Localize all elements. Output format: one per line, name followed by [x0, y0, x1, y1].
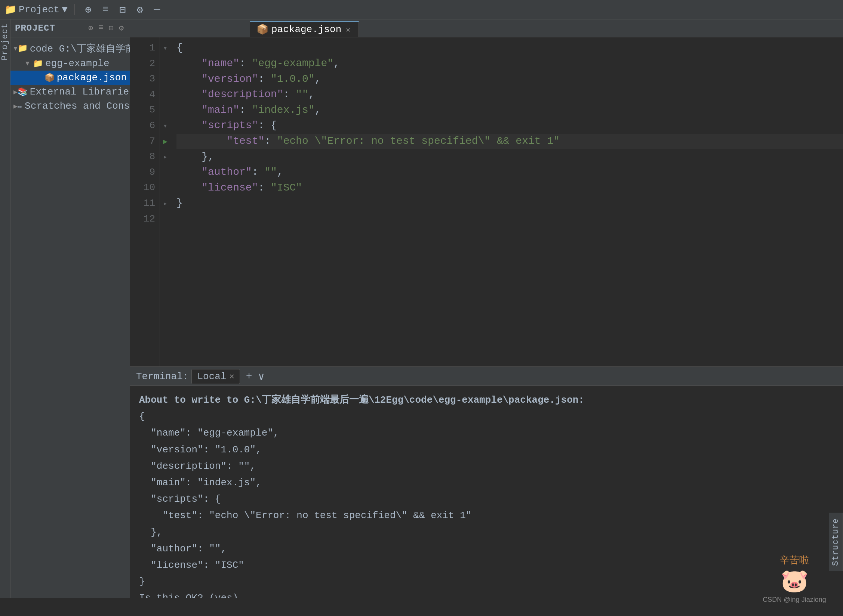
project-label: Project [19, 4, 59, 15]
terminal-line-11: "license": "ISC" [139, 557, 834, 573]
fold-marker-6[interactable]: ▾ [160, 118, 170, 134]
code-line-5: "main": "index.js", [176, 102, 843, 118]
structure-label: Structure [831, 518, 840, 566]
project-selector[interactable]: 📁 Project ▼ [4, 4, 68, 16]
tab-package-json[interactable]: 📦 package.json ✕ [250, 21, 359, 37]
fold-marker-3 [160, 71, 170, 87]
terminal-line-7: "scripts": { [139, 491, 834, 507]
code-editor[interactable]: { "name": "egg-example", "version": "1.0… [170, 37, 843, 366]
code-line-1: { [176, 40, 843, 56]
tree-item-package.json[interactable]: 📦package.json [10, 71, 130, 85]
terminal-tab-bar: Terminal: Local ✕ + ∨ [130, 367, 843, 386]
terminal-line-2: { [139, 408, 834, 425]
fold-marker-9 [160, 165, 170, 180]
navigate-back-button[interactable]: ⊕ [81, 3, 95, 16]
terminal-dropdown-button[interactable]: ∨ [258, 370, 265, 383]
line-number-9: 9 [130, 165, 155, 180]
settings-button[interactable]: ⚙ [133, 3, 147, 16]
tree-item-label: External Libraries [30, 86, 130, 97]
terminal-line-15: Is this OK? (yes) [139, 590, 834, 598]
fold-marker-10 [160, 180, 170, 196]
terminal-line-12: } [139, 573, 834, 590]
terminal-line-4: "version": "1.0.0", [139, 442, 834, 458]
minimize-button[interactable]: — [150, 3, 164, 16]
tab-close-button[interactable]: ✕ [344, 24, 352, 35]
collapse-button[interactable]: ⊟ [116, 3, 129, 16]
tree-item-label: Scratches and Consoles [25, 100, 130, 112]
sidebar-icon-1[interactable]: ⊕ [87, 22, 95, 34]
line-numbers: 123456789101112 [130, 37, 160, 366]
sidebar-icon-2[interactable]: ≡ [97, 22, 105, 34]
folder-icon: 📁 [4, 4, 16, 16]
terminal-line-9: }, [139, 524, 834, 541]
chevron-down-icon: ▼ [62, 4, 68, 15]
line-number-5: 5 [130, 102, 155, 118]
project-panel-label: Project [0, 23, 10, 60]
tree-file-icon: 📦 [44, 73, 55, 83]
sticker-decoration: 辛苦啦 🐷 CSDN @ing Jiaziong [757, 545, 832, 612]
code-line-11: } [176, 196, 843, 211]
terminal-line-0: About to write to G:\丁家雄自学前端最后一遍\12Egg\c… [139, 392, 834, 408]
tree-file-icon: 📚 [18, 87, 28, 97]
tree-item-label: egg-example [45, 58, 110, 69]
tree-arrow-icon: ▶ [13, 88, 18, 96]
fold-marker-11[interactable]: ▸ [160, 196, 170, 211]
terminal-label: Terminal: [136, 371, 188, 382]
sidebar-icon-4[interactable]: ⚙ [117, 22, 125, 34]
tree-arrow-icon: ▼ [13, 45, 18, 52]
line-number-4: 4 [130, 87, 155, 103]
terminal-line-5: "description": "", [139, 458, 834, 474]
fold-marker-2 [160, 56, 170, 72]
terminal-tab-close[interactable]: ✕ [229, 371, 234, 381]
line-number-6: 6 [130, 118, 155, 134]
sidebar-title: Project [15, 23, 55, 33]
code-line-4: "description": "", [176, 87, 843, 103]
tree-file-icon: 📁 [18, 43, 28, 53]
code-line-2: "name": "egg-example", [176, 56, 843, 72]
code-line-8: }, [176, 149, 843, 165]
code-line-10: "license": "ISC" [176, 180, 843, 196]
code-line-9: "author": "", [176, 165, 843, 180]
terminal-tab-label: Local [197, 371, 226, 382]
terminal-line-6: "main": "index.js", [139, 474, 834, 491]
tree-item-label: package.json [57, 72, 127, 83]
tree-item-egg-example[interactable]: ▼📁egg-example [10, 56, 130, 71]
tab-label: package.json [271, 24, 341, 35]
project-panel-tab[interactable]: Project [0, 19, 10, 598]
content-area: 📦 package.json ✕ 123456789101112 ▾▾▶▸▸ {… [130, 19, 843, 598]
line-number-1: 1 [130, 40, 155, 56]
tree-arrow-icon: ▶ [13, 102, 18, 110]
tree-file-icon: ✏️ [18, 101, 22, 111]
line-number-11: 11 [130, 196, 155, 211]
sidebar-icon-3[interactable]: ⊟ [107, 22, 115, 34]
fold-marker-12 [160, 211, 170, 227]
fold-marker-1[interactable]: ▾ [160, 40, 170, 56]
sticker-emoji: 🐷 [781, 569, 809, 596]
sticker-sub: CSDN @ing Jiaziong [763, 596, 826, 604]
terminal-tab-local[interactable]: Local ✕ [191, 369, 240, 384]
terminal-content[interactable]: About to write to G:\丁家雄自学前端最后一遍\12Egg\c… [130, 386, 843, 598]
line-number-2: 2 [130, 56, 155, 72]
tree-item-scratches-and-consoles[interactable]: ▶✏️Scratches and Consoles [10, 99, 130, 113]
terminal-line-8: "test": "echo \"Error: no test specified… [139, 507, 834, 524]
line-number-12: 12 [130, 211, 155, 227]
fold-marker-8[interactable]: ▸ [160, 149, 170, 165]
sidebar-header: Project ⊕ ≡ ⊟ ⚙ [10, 19, 130, 37]
toolbar: 📁 Project ▼ ⊕ ≡ ⊟ ⚙ — [0, 0, 843, 19]
tree-item-external-libraries[interactable]: ▶📚External Libraries [10, 85, 130, 99]
tree-item-code-g:\丁家雄自学前端最后一遍\12egg[interactable]: ▼📁code G:\丁家雄自学前端最后一遍\12Egg [10, 40, 130, 56]
structure-button[interactable]: ≡ [99, 3, 112, 16]
editor: 123456789101112 ▾▾▶▸▸ { "name": "egg-exa… [130, 37, 843, 366]
main-layout: Project Project ⊕ ≡ ⊟ ⚙ ▼📁code G:\丁家雄自学前… [0, 19, 843, 598]
terminal-area: Terminal: Local ✕ + ∨ About to write to … [130, 366, 843, 598]
line-number-10: 10 [130, 180, 155, 196]
tab-bar: 📦 package.json ✕ [130, 19, 843, 37]
terminal-add-button[interactable]: + [243, 370, 255, 383]
line-number-7: 7 [130, 134, 155, 149]
code-line-7: "test": "echo \"Error: no test specified… [176, 134, 843, 149]
tab-file-icon: 📦 [256, 24, 268, 35]
fold-marker-5 [160, 102, 170, 118]
code-line-12 [176, 211, 843, 227]
run-icon[interactable]: ▶ [163, 137, 167, 146]
fold-marker-7[interactable]: ▶ [160, 134, 170, 149]
